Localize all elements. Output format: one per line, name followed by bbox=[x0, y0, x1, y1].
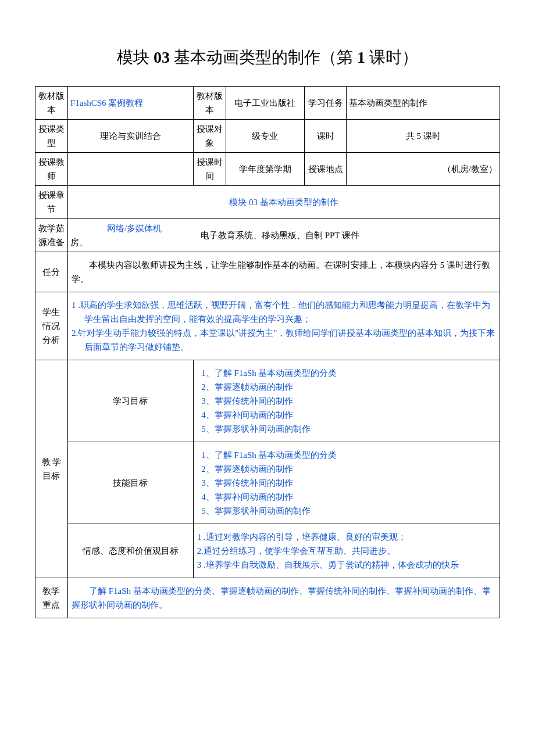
cell-resources: 网络/多媒体机 房、 电子教育系统、移动黑板、自制 PPT 课件 bbox=[67, 219, 500, 252]
table-row: 授课章节 模块 03 基本动画类型的制作 bbox=[35, 186, 500, 219]
cell-hours: 共 5 课时 bbox=[347, 120, 500, 153]
cell-class-type-label: 授课类型 bbox=[35, 120, 68, 153]
cell-time: 学年度第学期 bbox=[226, 153, 305, 186]
cell-chapter-label: 授课章节 bbox=[35, 186, 68, 219]
cell-student-analysis-label: 学生情况分析 bbox=[35, 292, 68, 360]
cell-location: （机房/教室） bbox=[347, 153, 500, 186]
cell-textbook-pub: 电子工业出版社 bbox=[226, 87, 305, 120]
cell-keypoint: 了解 F1aSh 基本动画类型的分类、掌握逐帧动画的制作、掌握传统补间的制作、掌… bbox=[67, 578, 500, 618]
cell-textbook-pub-label: 教材版本 bbox=[193, 87, 226, 120]
cell-assignment-label: 任分 bbox=[35, 252, 68, 292]
cell-task: 基本动画类型的制作 bbox=[347, 87, 500, 120]
table-row: 教材版本 F1ashCS6 案例教程 教材版本 电子工业出版社 学习任务 基本动… bbox=[35, 87, 500, 120]
cell-goals-label: 教 学目标 bbox=[35, 360, 68, 578]
cell-hours-label: 课时 bbox=[305, 120, 347, 153]
cell-textbook-version: F1ashCS6 案例教程 bbox=[67, 87, 193, 120]
cell-student-analysis: 1 .职高的学生求知欲强，思维活跃，视野开阔，富有个性，他们的感知能力和思考能力… bbox=[67, 292, 500, 360]
cell-textbook-version-label: 教材版本 bbox=[35, 87, 68, 120]
cell-audience-label: 授课对象 bbox=[193, 120, 226, 153]
table-row: 教学重点 了解 F1aSh 基本动画类型的分类、掌握逐帧动画的制作、掌握传统补间… bbox=[35, 578, 500, 618]
table-row: 教学茹源准备 网络/多媒体机 房、 电子教育系统、移动黑板、自制 PPT 课件 bbox=[35, 219, 500, 252]
table-row: 授课类型 理论与实训结合 授课对象 级专业 课时 共 5 课时 bbox=[35, 120, 500, 153]
table-row: 学生情况分析 1 .职高的学生求知欲强，思维活跃，视野开阔，富有个性，他们的感知… bbox=[35, 292, 500, 360]
cell-time-label: 授课时间 bbox=[193, 153, 226, 186]
cell-chapter: 模块 03 基本动画类型的制作 bbox=[67, 186, 500, 219]
table-row: 技能目标 1、了解 F1aSh 基本动画类型的分类 2、掌握逐帧动画的制作 3、… bbox=[35, 442, 500, 524]
cell-resources-label: 教学茹源准备 bbox=[35, 219, 68, 252]
table-row: 任分 本模块内容以教师讲授为主线，让学生能够制作基本的动画。在课时安排上，本模块… bbox=[35, 252, 500, 292]
cell-task-label: 学习任务 bbox=[305, 87, 347, 120]
cell-class-type: 理论与实训结合 bbox=[67, 120, 193, 153]
cell-emotion-goal-label: 情感、态度和价值观目标 bbox=[67, 524, 193, 578]
cell-location-label: 授课地点 bbox=[305, 153, 347, 186]
table-row: 授课教师 授课时间 学年度第学期 授课地点 （机房/教室） bbox=[35, 153, 500, 186]
table-row: 情感、态度和价值观目标 1 .通过对教学内容的引导，培养健康、良好的审美观； 2… bbox=[35, 524, 500, 578]
page-title: 模块 03 基本动画类型的制作（第 1 课时） bbox=[35, 46, 500, 69]
cell-keypoint-label: 教学重点 bbox=[35, 578, 68, 618]
cell-skill-goal: 1、了解 F1aSh 基本动画类型的分类 2、掌握逐帧动画的制作 3、掌握传统补… bbox=[193, 442, 500, 524]
cell-audience: 级专业 bbox=[226, 120, 305, 153]
cell-skill-goal-label: 技能目标 bbox=[67, 442, 193, 524]
cell-study-goal: 1、了解 F1aSh 基本动画类型的分类 2、掌握逐帧动画的制作 3、掌握传统补… bbox=[193, 360, 500, 442]
cell-teacher-label: 授课教师 bbox=[35, 153, 68, 186]
lesson-plan-table: 教材版本 F1ashCS6 案例教程 教材版本 电子工业出版社 学习任务 基本动… bbox=[35, 86, 500, 618]
table-row: 教 学目标 学习目标 1、了解 F1aSh 基本动画类型的分类 2、掌握逐帧动画… bbox=[35, 360, 500, 442]
cell-study-goal-label: 学习目标 bbox=[67, 360, 193, 442]
cell-teacher bbox=[67, 153, 193, 186]
cell-emotion-goal: 1 .通过对教学内容的引导，培养健康、良好的审美观； 2.通过分组练习，使学生学… bbox=[193, 524, 500, 578]
cell-assignment: 本模块内容以教师讲授为主线，让学生能够制作基本的动画。在课时安排上，本模块内容分… bbox=[67, 252, 500, 292]
